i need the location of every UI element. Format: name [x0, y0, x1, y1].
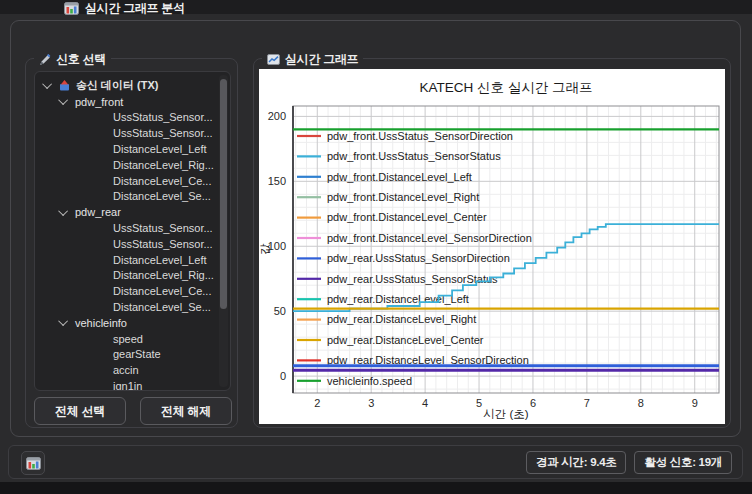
tree-item[interactable]: DistanceLevel_Left — [35, 252, 230, 268]
x-tick-label: 4 — [422, 397, 428, 409]
deselect-all-button[interactable]: 전체 해제 — [140, 397, 232, 425]
y-tick-label: 0 — [280, 370, 286, 382]
tree-item-label: UssStatus_Sensor... — [113, 127, 213, 139]
tree-item[interactable]: DistanceLevel_Left — [35, 141, 230, 157]
y-tick-label: 150 — [268, 175, 286, 187]
tree-item-label: vehicleinfo — [75, 317, 127, 329]
tree-item[interactable]: vehicleinfo — [35, 315, 230, 331]
tree-item-label: UssStatus_Sensor... — [113, 222, 213, 234]
main-groupbox: 신호 선택 송신 데이터 (TX)pdw_frontUssStatus_Sens… — [10, 20, 741, 437]
window-bottom-edge — [0, 482, 752, 494]
x-tick-label: 5 — [476, 397, 482, 409]
signal-select-title: 신호 선택 — [56, 51, 106, 68]
signal-select-header: 신호 선택 — [34, 51, 111, 68]
status-chart-icon-button[interactable] — [21, 451, 45, 475]
chart-svg: 23456789050100150200KATECH 신호 실시간 그래프시간 … — [259, 69, 725, 424]
chevron-down-icon[interactable] — [58, 206, 68, 216]
tree-item[interactable]: 송신 데이터 (TX) — [35, 78, 230, 94]
active-signals-badge: 활성 신호: 19개 — [634, 451, 732, 474]
app-chart-icon — [64, 2, 79, 15]
tree-item[interactable]: gearState — [35, 347, 230, 363]
status-bar: 경과 시간: 9.4초 활성 신호: 19개 — [8, 445, 743, 479]
x-tick-label: 6 — [530, 397, 536, 409]
realtime-graph-title: 실시간 그래프 — [285, 51, 358, 68]
legend-label: pdw_front.DistanceLevel_Center — [327, 211, 487, 223]
tree-item-label: DistanceLevel_Ce... — [113, 285, 211, 297]
tree-item-label: pdw_rear — [75, 206, 121, 218]
x-tick-label: 7 — [584, 397, 590, 409]
tree-item-label: speed — [113, 333, 143, 345]
tree-item[interactable]: DistanceLevel_Ce... — [35, 173, 230, 189]
tree-item-label: DistanceLevel_Se... — [113, 301, 211, 313]
tree-actions: 전체 선택 전체 해제 — [34, 397, 232, 425]
signal-tree: 송신 데이터 (TX)pdw_frontUssStatus_Sensor...U… — [34, 71, 231, 391]
chevron-down-icon[interactable] — [58, 95, 68, 105]
x-tick-label: 8 — [638, 397, 644, 409]
select-all-button[interactable]: 전체 선택 — [34, 397, 126, 425]
tree-item-label: UssStatus_Sensor... — [113, 238, 213, 250]
line-chart-icon — [267, 54, 280, 65]
tree-item-label: DistanceLevel_Ce... — [113, 175, 211, 187]
x-axis-label: 시간 (초) — [483, 408, 529, 420]
tree-item[interactable]: DistanceLevel_Se... — [35, 189, 230, 205]
chart-canvas: 23456789050100150200KATECH 신호 실시간 그래프시간 … — [259, 69, 725, 424]
tree-item[interactable]: UssStatus_Sensor... — [35, 110, 230, 126]
legend-label: pdw_front.DistanceLevel_Left — [327, 171, 472, 183]
tree-item-label: gearState — [113, 348, 161, 360]
tree-item-label: DistanceLevel_Rig... — [113, 269, 214, 281]
legend-label: pdw_rear.UssStatus_SensorStatus — [327, 273, 498, 285]
tree-item-label: DistanceLevel_Rig... — [113, 159, 214, 171]
signal-select-panel: 신호 선택 송신 데이터 (TX)pdw_frontUssStatus_Sens… — [25, 58, 238, 428]
tree-item-label: DistanceLevel_Left — [113, 254, 207, 266]
tree-item-label: pdw_front — [75, 96, 123, 108]
y-axis-label: 값 — [259, 243, 271, 255]
pencil-icon — [39, 54, 51, 66]
legend-label: pdw_front.UssStatus_SensorDirection — [327, 130, 513, 142]
window-title: 실시간 그래프 분석 — [64, 1, 185, 16]
x-tick-label: 3 — [368, 397, 374, 409]
realtime-graph-panel: 실시간 그래프 23456789050100150200KATECH 신호 실시… — [253, 58, 731, 428]
tree-item[interactable]: UssStatus_Sensor... — [35, 220, 230, 236]
x-tick-label: 9 — [692, 397, 698, 409]
tree-item[interactable]: speed — [35, 331, 230, 347]
tree-scrollbar-thumb[interactable] — [220, 79, 227, 309]
legend-label: pdw_rear.DistanceLevel_Center — [327, 334, 484, 346]
legend-label: pdw_front.UssStatus_SensorStatus — [327, 150, 501, 162]
tree-item[interactable]: UssStatus_Sensor... — [35, 125, 230, 141]
tree-item[interactable]: pdw_front — [35, 94, 230, 110]
legend-label: vehicleinfo.speed — [327, 375, 412, 387]
tree-item-label: DistanceLevel_Se... — [113, 190, 211, 202]
legend-label: pdw_rear.DistanceLevel_Right — [327, 313, 476, 325]
tree-item-label: UssStatus_Sensor... — [113, 111, 213, 123]
tree-item[interactable]: DistanceLevel_Ce... — [35, 283, 230, 299]
status-chart-icon — [26, 457, 41, 470]
tree-item[interactable]: DistanceLevel_Se... — [35, 299, 230, 315]
chevron-down-icon[interactable] — [42, 80, 52, 90]
y-tick-label: 50 — [274, 305, 286, 317]
tree-item-label: 송신 데이터 (TX) — [76, 78, 159, 93]
tree-item-label: accin — [113, 364, 139, 376]
status-badges: 경과 시간: 9.4초 활성 신호: 19개 — [526, 451, 732, 474]
y-tick-label: 200 — [268, 110, 286, 122]
tx-data-icon — [59, 80, 70, 91]
legend-label: pdw_front.DistanceLevel_SensorDirection — [327, 232, 532, 244]
tree-item-label: DistanceLevel_Left — [113, 143, 207, 155]
elapsed-time-badge: 경과 시간: 9.4초 — [526, 451, 626, 474]
x-tick-label: 2 — [314, 397, 320, 409]
realtime-graph-header: 실시간 그래프 — [262, 51, 363, 68]
tree-item[interactable]: DistanceLevel_Rig... — [35, 268, 230, 284]
chart-title: KATECH 신호 실시간 그래프 — [419, 80, 592, 95]
window-title-text: 실시간 그래프 분석 — [85, 0, 185, 17]
legend-label: pdw_front.DistanceLevel_Right — [327, 191, 479, 203]
chevron-down-icon[interactable] — [58, 316, 68, 326]
tree-item[interactable]: DistanceLevel_Rig... — [35, 157, 230, 173]
tree-item-label: ign1in — [113, 380, 142, 391]
tree-item[interactable]: accin — [35, 362, 230, 378]
tree-item[interactable]: ign1in — [35, 378, 230, 391]
tree-scrollbar[interactable] — [219, 75, 228, 387]
tree-item[interactable]: pdw_rear — [35, 204, 230, 220]
tree-item[interactable]: UssStatus_Sensor... — [35, 236, 230, 252]
legend-label: pdw_rear.UssStatus_SensorDirection — [327, 252, 510, 264]
